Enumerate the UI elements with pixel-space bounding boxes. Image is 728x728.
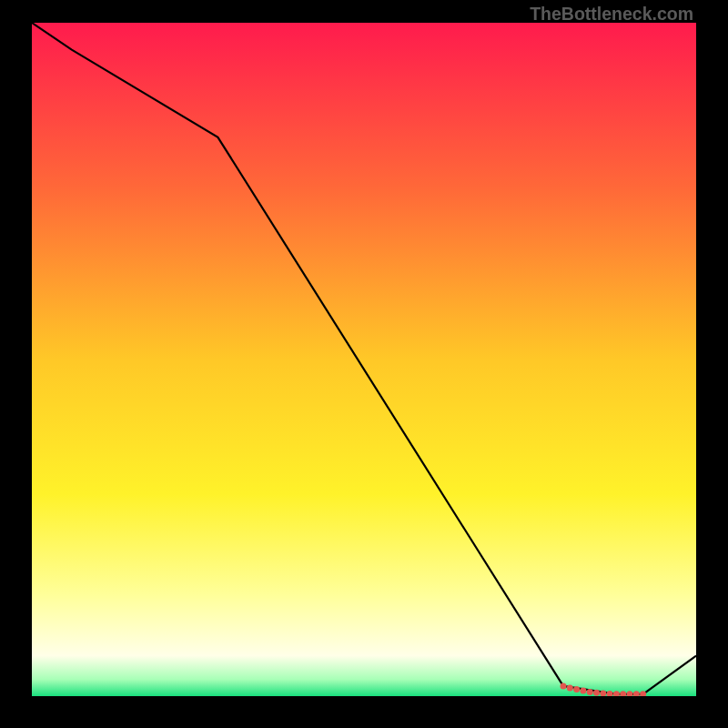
chart-marker	[580, 688, 586, 694]
chart-marker	[593, 690, 600, 696]
chart-line-series	[32, 23, 696, 696]
watermark-text: TheBottleneck.com	[530, 4, 693, 25]
chart-marker	[573, 686, 580, 693]
chart-marker	[613, 691, 620, 696]
chart-marker	[627, 691, 633, 696]
chart-marker	[607, 691, 613, 696]
chart-marker	[561, 682, 567, 689]
chart-marker	[567, 685, 573, 692]
chart-marker	[633, 691, 640, 696]
chart-marker	[620, 691, 626, 696]
chart-marker	[587, 689, 593, 695]
chart-area	[32, 23, 696, 696]
